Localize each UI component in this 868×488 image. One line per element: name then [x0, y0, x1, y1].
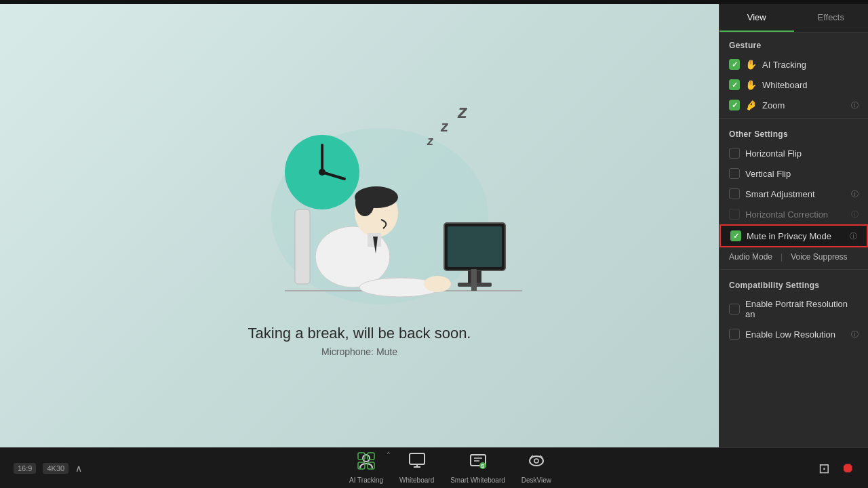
gesture-ai-tracking-row: ✋ AI Tracking	[719, 54, 868, 75]
smart-whiteboard-icon: S	[469, 452, 487, 474]
toolbar-left: 16:9 4K30 ∧	[14, 463, 82, 474]
horizontal-flip-row: Horizontal Flip	[719, 143, 868, 163]
horizontal-correction-label: Horizontal Correction	[745, 209, 846, 220]
toolbar-ai-tracking[interactable]: AI Tracking ^	[349, 452, 383, 484]
compat-heading: Compatibility Settings	[719, 272, 868, 294]
svg-rect-28	[410, 453, 425, 464]
whiteboard-icon	[408, 452, 426, 474]
ai-tracking-icon	[357, 452, 375, 474]
main-layout: z z z	[0, 4, 868, 447]
tab-effects[interactable]: Effects	[794, 4, 869, 32]
gesture-zoom-row: 🤌 Zoom ⓘ	[719, 95, 868, 115]
portrait-resolution-row: Enable Portrait Resolution an	[719, 294, 868, 324]
vertical-flip-row: Vertical Flip	[719, 163, 868, 184]
other-settings-heading: Other Settings	[719, 121, 868, 143]
ai-tracking-label: AI Tracking	[349, 476, 383, 484]
horizontal-correction-info-icon[interactable]: ⓘ	[851, 209, 859, 220]
smart-adjustment-checkbox[interactable]	[729, 188, 740, 199]
hand-icon: ✋	[745, 59, 757, 70]
toolbar-right: ⊡ ⏺	[818, 460, 854, 476]
break-title: Taking a break, will be back soon.	[248, 325, 471, 342]
toolbar-deskview[interactable]: DeskView	[521, 452, 551, 484]
svg-text:z: z	[440, 118, 449, 135]
whiteboard-label: Whiteboard	[399, 476, 434, 484]
svg-point-37	[534, 459, 538, 463]
divider-1	[719, 118, 868, 119]
portrait-resolution-label: Enable Portrait Resolution an	[745, 299, 859, 319]
smart-adjustment-label: Smart Adjustment	[745, 189, 846, 199]
panel-tabs: View Effects	[719, 4, 868, 33]
resolution-badge: 4K30	[43, 463, 68, 474]
right-panel: View Effects Gesture ✋ AI Tracking ✋ Whi…	[719, 4, 868, 447]
record-icon[interactable]: ⏺	[841, 460, 854, 476]
gesture-zoom-checkbox[interactable]	[729, 100, 740, 110]
low-resolution-row: Enable Low Resolution ⓘ	[719, 324, 868, 344]
hand-whiteboard-icon: ✋	[745, 79, 757, 90]
divider-2	[719, 269, 868, 270]
svg-point-13	[355, 189, 374, 216]
break-illustration: z z z	[197, 94, 522, 311]
gesture-zoom-label: Zoom	[762, 100, 846, 110]
toolbar-smart-whiteboard[interactable]: S Smart Whiteboard	[450, 452, 505, 484]
horizontal-correction-row: Horizontal Correction ⓘ	[719, 204, 868, 224]
svg-text:z: z	[457, 101, 468, 122]
deskview-icon	[528, 452, 545, 474]
horizontal-flip-checkbox[interactable]	[729, 148, 740, 159]
svg-point-23	[363, 455, 370, 462]
audio-mode-row: Audio Mode | Voice Suppress	[719, 247, 868, 266]
horizontal-correction-checkbox[interactable]	[729, 209, 740, 220]
voice-suppress-label[interactable]: Voice Suppress	[791, 252, 847, 262]
zoom-info-icon[interactable]: ⓘ	[851, 100, 859, 110]
smart-adjustment-info-icon[interactable]: ⓘ	[851, 189, 859, 199]
ai-tracking-arrow[interactable]: ^	[387, 451, 390, 458]
smart-adjustment-row: Smart Adjustment ⓘ	[719, 184, 868, 204]
illustration: z z z	[197, 94, 522, 311]
bottom-toolbar: 16:9 4K30 ∧ AI Tracking ^	[0, 447, 868, 488]
pinch-icon: 🤌	[745, 100, 757, 110]
toolbar-center: AI Tracking ^ Whiteboard	[349, 452, 551, 484]
svg-point-4	[319, 169, 326, 176]
vertical-flip-label: Vertical Flip	[745, 169, 859, 179]
smart-whiteboard-label: Smart Whiteboard	[450, 476, 505, 484]
svg-rect-9	[295, 209, 310, 284]
svg-text:S: S	[481, 463, 485, 469]
gesture-ai-tracking-checkbox[interactable]	[729, 59, 740, 70]
horizontal-flip-label: Horizontal Flip	[745, 148, 859, 159]
portrait-resolution-checkbox[interactable]	[729, 304, 740, 314]
resolution-up-arrow[interactable]: ∧	[75, 463, 82, 474]
mute-privacy-row: Mute in Privacy Mode ⓘ	[719, 224, 868, 247]
camera-view: z z z	[0, 4, 719, 447]
low-resolution-info-icon[interactable]: ⓘ	[851, 329, 859, 340]
gesture-whiteboard-checkbox[interactable]	[729, 79, 740, 90]
toolbar-whiteboard[interactable]: Whiteboard	[399, 452, 434, 484]
mute-privacy-info-icon[interactable]: ⓘ	[850, 231, 857, 241]
mute-privacy-checkbox[interactable]	[730, 230, 741, 241]
audio-mode-label[interactable]: Audio Mode	[729, 252, 772, 262]
break-text: Taking a break, will be back soon. Micro…	[248, 325, 471, 357]
gesture-whiteboard-label: Whiteboard	[762, 80, 859, 90]
svg-rect-19	[448, 226, 502, 267]
svg-point-17	[424, 276, 451, 292]
tab-view[interactable]: View	[719, 4, 794, 32]
aspect-ratio-badge: 16:9	[14, 463, 36, 474]
gesture-ai-tracking-label: AI Tracking	[762, 60, 859, 70]
mute-privacy-label: Mute in Privacy Mode	[747, 231, 844, 241]
vertical-flip-checkbox[interactable]	[729, 168, 740, 179]
gesture-whiteboard-row: ✋ Whiteboard	[719, 75, 868, 95]
low-resolution-checkbox[interactable]	[729, 329, 740, 340]
svg-rect-22	[471, 269, 477, 291]
svg-text:z: z	[427, 134, 434, 148]
gesture-heading: Gesture	[719, 33, 868, 54]
screenshot-icon[interactable]: ⊡	[818, 460, 830, 476]
low-resolution-label: Enable Low Resolution	[745, 329, 846, 340]
svg-point-36	[530, 456, 543, 466]
mic-status: Microphone: Mute	[248, 346, 471, 357]
deskview-label: DeskView	[521, 476, 551, 484]
